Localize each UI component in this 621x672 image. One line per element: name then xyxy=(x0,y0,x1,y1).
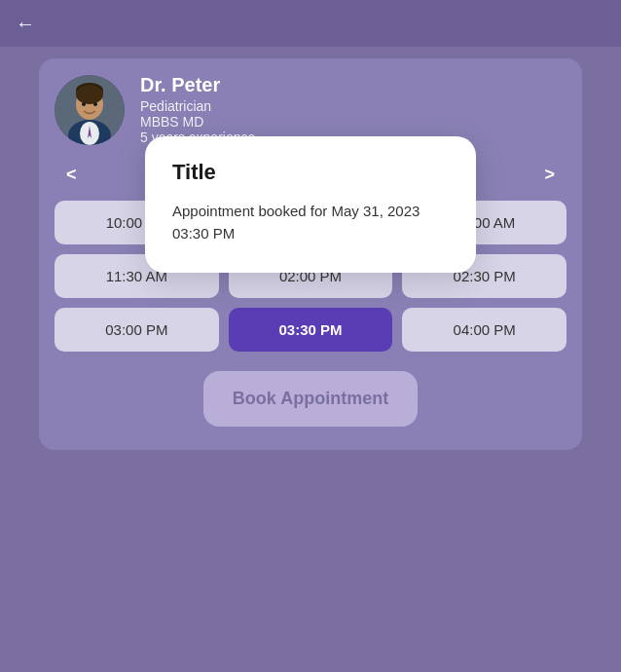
top-bar: ← xyxy=(0,0,621,47)
back-button[interactable]: ← xyxy=(16,13,35,35)
popup-title: Title xyxy=(172,160,449,185)
time-slot-0330pm[interactable]: 03:30 PM xyxy=(229,308,393,352)
popup-overlay: Title Appointment booked for May 31, 202… xyxy=(39,136,582,273)
popup-message: Appointment booked for May 31, 2023 03:3… xyxy=(172,201,449,244)
time-slot-0300pm[interactable]: 03:00 PM xyxy=(55,308,219,352)
doctor-degree: MBBS MD xyxy=(140,114,255,130)
doctor-details: Dr. Peter Pediatrician MBBS MD 5 years e… xyxy=(140,74,255,145)
avatar xyxy=(55,75,125,145)
popup-card: Title Appointment booked for May 31, 202… xyxy=(145,136,476,273)
svg-point-8 xyxy=(93,102,97,106)
main-card: Dr. Peter Pediatrician MBBS MD 5 years e… xyxy=(39,58,582,450)
svg-point-6 xyxy=(76,85,103,104)
doctor-name: Dr. Peter xyxy=(140,74,255,96)
book-appointment-button[interactable]: Book Appointment xyxy=(203,371,418,427)
doctor-info: Dr. Peter Pediatrician MBBS MD 5 years e… xyxy=(55,74,566,145)
doctor-specialty: Pediatrician xyxy=(140,98,255,114)
time-slot-0400pm[interactable]: 04:00 PM xyxy=(402,308,566,352)
book-btn-container: Book Appointment xyxy=(55,371,566,434)
svg-point-7 xyxy=(82,102,86,106)
